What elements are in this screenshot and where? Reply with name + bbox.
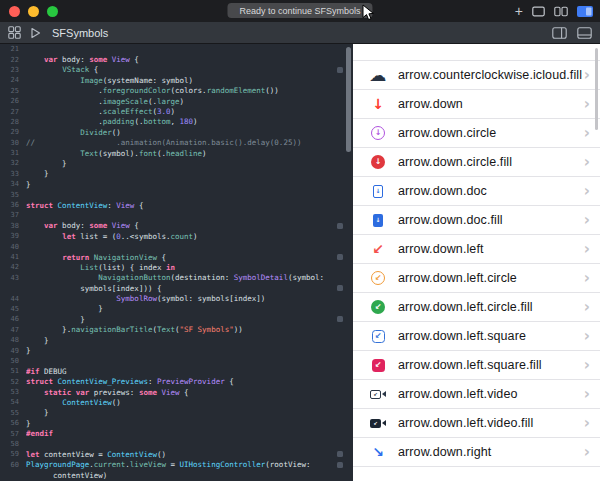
code-line[interactable]: 47 }.navigationBarTitle(Text("SF Symbols… [0, 325, 353, 335]
code-line[interactable]: 27 .scaleEffect(3.0) [0, 106, 353, 116]
symbol-row[interactable]: ↙arrow.down.left.square› [353, 322, 600, 351]
code-line[interactable]: 45 } [0, 304, 353, 314]
chevron-right-icon: › [584, 153, 590, 171]
code-line[interactable]: 41 return NavigationView { [0, 252, 353, 262]
code-line[interactable]: 43 NavigationButton(destination: SymbolD… [0, 273, 353, 283]
code-line[interactable]: 58 [0, 439, 353, 449]
result-marker[interactable] [337, 254, 343, 260]
result-marker[interactable] [337, 223, 343, 229]
symbol-row[interactable]: ↘arrow.down.right› [353, 438, 600, 467]
minimize-button[interactable] [28, 6, 39, 17]
symbol-row[interactable]: ↓arrow.down› [353, 90, 600, 119]
line-number: 38 [0, 222, 26, 230]
line-number: 48 [0, 336, 26, 344]
line-number: 47 [0, 326, 26, 334]
code-text: } [26, 169, 353, 178]
code-line[interactable]: symbols[index])) { [0, 283, 353, 293]
code-line[interactable]: 57#endif [0, 428, 353, 438]
single-window-icon[interactable] [532, 6, 545, 17]
symbol-row[interactable]: ↙arrow.down.left.video› [353, 380, 600, 409]
code-line[interactable]: 53 static var previews: some View { [0, 387, 353, 397]
code-line[interactable]: 23 VStack { [0, 65, 353, 75]
code-line[interactable]: 33 } [0, 169, 353, 179]
code-line[interactable]: 42 List(list) { index in [0, 262, 353, 272]
symbol-row[interactable]: ↓arrow.down.circle› [353, 119, 600, 148]
line-number: 39 [0, 232, 26, 240]
code-line[interactable]: 21 [0, 44, 353, 54]
code-line[interactable]: 46 } [0, 314, 353, 324]
list-scrollbar[interactable] [595, 48, 598, 130]
symbol-row[interactable]: ↙arrow.down.left.square.fill› [353, 351, 600, 380]
editor-scrollbar[interactable] [346, 47, 351, 152]
code-line[interactable]: 36struct ContentView: View { [0, 200, 353, 210]
code-editor[interactable]: 2122 var body: some View {23 VStack {24 … [0, 44, 353, 481]
code-line[interactable]: 55 } [0, 408, 353, 418]
code-line[interactable]: 26 .imageScale(.large) [0, 96, 353, 106]
line-number: 45 [0, 305, 26, 313]
code-line[interactable]: 29 Divider() [0, 127, 353, 137]
code-line[interactable]: 31 Text(symbol).font(.headline) [0, 148, 353, 158]
result-marker[interactable] [337, 285, 343, 291]
line-number: 54 [0, 398, 26, 406]
code-line[interactable]: 35 [0, 189, 353, 199]
line-number: 53 [0, 388, 26, 396]
symbol-row[interactable]: ↙arrow.down.left.circle.fill› [353, 293, 600, 322]
code-line[interactable]: 59let contentView = ContentView() [0, 449, 353, 459]
symbol-row[interactable]: ↙arrow.down.left.circle› [353, 264, 600, 293]
code-line[interactable]: 56} [0, 418, 353, 428]
code-text: let list = (0..<symbols.count) [26, 232, 353, 241]
close-button[interactable] [9, 6, 20, 17]
code-line[interactable]: 24 Image(systemName: symbol) [0, 75, 353, 85]
split-view-icon[interactable] [577, 6, 593, 17]
split-editor-icon[interactable] [577, 27, 592, 39]
code-text: struct ContentView_Previews: PreviewProv… [26, 377, 353, 386]
breadcrumb-label[interactable]: SFSymbols [52, 27, 108, 39]
code-line[interactable]: 50 [0, 356, 353, 366]
result-marker[interactable] [337, 67, 343, 73]
status-pill[interactable]: Ready to continue SFSymbols [227, 3, 372, 18]
code-line[interactable]: 60PlaygroundPage.current.liveView = UIHo… [0, 460, 353, 470]
sidebar-grid-icon[interactable] [8, 26, 21, 39]
code-line[interactable]: 51#if DEBUG [0, 366, 353, 376]
line-number: 35 [0, 191, 26, 199]
line-number: 31 [0, 149, 26, 157]
code-line[interactable]: 52struct ContentView_Previews: PreviewPr… [0, 377, 353, 387]
result-marker[interactable] [337, 462, 343, 468]
code-line[interactable]: 39 let list = (0..<symbols.count) [0, 231, 353, 241]
code-text: } [26, 336, 353, 345]
symbol-row[interactable]: ↓arrow.down.doc.fill› [353, 206, 600, 235]
symbol-row[interactable]: ↓arrow.down.circle.fill› [353, 148, 600, 177]
result-marker[interactable] [337, 451, 343, 457]
code-line[interactable]: contentView) [0, 470, 353, 480]
symbol-row[interactable]: ↙arrow.down.left.video.fill› [353, 409, 600, 438]
code-line[interactable]: 44 SymbolRow(symbol: symbols[index]) [0, 293, 353, 303]
new-tab-icon[interactable]: + [515, 4, 523, 18]
traffic-lights [9, 6, 58, 17]
code-line[interactable]: 54 ContentView() [0, 397, 353, 407]
run-play-icon[interactable] [30, 27, 41, 39]
symbol-label: arrow.down.circle [398, 126, 584, 140]
code-line[interactable]: 25 .foregroundColor(colors.randomElement… [0, 86, 353, 96]
code-line[interactable]: 37 [0, 210, 353, 220]
code-line[interactable]: 32 } [0, 158, 353, 168]
symbol-row[interactable]: ↓arrow.down.doc› [353, 177, 600, 206]
symbol-row[interactable]: ↙arrow.down.left› [353, 235, 600, 264]
line-number: 42 [0, 263, 26, 271]
line-number: 40 [0, 243, 26, 251]
symbol-label: arrow.down.left.circle.fill [398, 300, 584, 314]
line-number: 32 [0, 159, 26, 167]
code-line[interactable]: 48 } [0, 335, 353, 345]
code-line[interactable]: 40 [0, 241, 353, 251]
tile-windows-icon[interactable] [554, 6, 568, 17]
code-line[interactable]: 30// .animation(Animation.basic().delay(… [0, 138, 353, 148]
result-marker[interactable] [337, 316, 343, 322]
code-line[interactable]: 34} [0, 179, 353, 189]
zoom-button[interactable] [47, 6, 58, 17]
code-line[interactable]: 38 var body: some View { [0, 221, 353, 231]
code-line[interactable]: 49} [0, 345, 353, 355]
preview-toggle-icon[interactable] [552, 27, 567, 39]
code-line[interactable]: 22 var body: some View { [0, 54, 353, 64]
symbol-row[interactable]: ☁arrow.counterclockwise.icloud.fill› [353, 61, 600, 90]
line-number: 23 [0, 66, 26, 74]
code-line[interactable]: 28 .padding(.bottom, 180) [0, 117, 353, 127]
